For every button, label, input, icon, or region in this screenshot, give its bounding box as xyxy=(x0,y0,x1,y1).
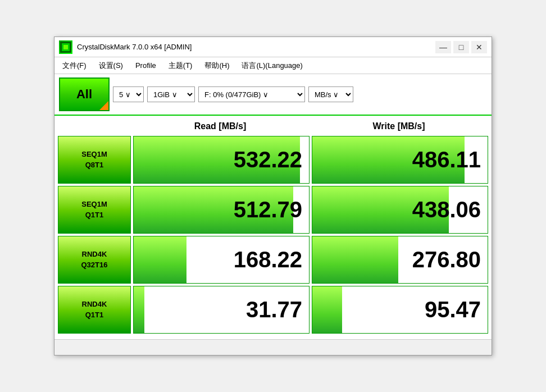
status-bar xyxy=(54,339,492,355)
toolbar: All 5 ∨ 1GiB ∨ F: 0% (0/477GiB) ∨ MB/s ∨ xyxy=(54,74,492,116)
row3-read-bar xyxy=(134,236,186,283)
table-row: RND4K Q32T16 168.22 276.80 xyxy=(58,236,488,284)
row3-write-cell: 276.80 xyxy=(312,236,488,284)
app-icon xyxy=(59,40,72,54)
row2-write-value: 438.06 xyxy=(412,197,481,222)
read-header: Read [MB/s] xyxy=(131,121,310,131)
results-table: Read [MB/s] Write [MB/s] SEQ1M Q8T1 532.… xyxy=(54,116,492,339)
row2-label: SEQ1M Q1T1 xyxy=(58,186,131,234)
menu-bar: 文件(F) 设置(S) Profile 主题(T) 帮助(H) 语言(L)(La… xyxy=(54,57,492,74)
main-window: CrystalDiskMark 7.0.0 x64 [ADMIN] — □ ✕ … xyxy=(54,37,492,355)
maximize-button[interactable]: □ xyxy=(453,41,469,53)
row4-read-value: 31.77 xyxy=(246,297,302,322)
row4-write-bar xyxy=(312,286,342,333)
row4-write-value: 95.47 xyxy=(425,297,481,322)
menu-help[interactable]: 帮助(H) xyxy=(199,59,235,72)
window-controls: — □ ✕ xyxy=(435,41,487,53)
count-select[interactable]: 5 ∨ xyxy=(113,86,144,102)
svg-rect-2 xyxy=(63,45,68,49)
row4-read-bar xyxy=(134,286,144,333)
row1-read-value: 532.22 xyxy=(234,147,302,172)
row2-label-line1: SEQ1M xyxy=(81,199,107,209)
row2-label-line2: Q1T1 xyxy=(85,210,104,220)
row2-read-cell: 512.79 xyxy=(133,186,310,234)
row4-label-line1: RND4K xyxy=(82,299,107,309)
row1-label: SEQ1M Q8T1 xyxy=(58,136,131,184)
row3-label-line1: RND4K xyxy=(82,249,107,259)
drive-select[interactable]: F: 0% (0/477GiB) ∨ xyxy=(198,86,305,102)
row3-label: RND4K Q32T16 xyxy=(58,236,131,284)
row4-write-cell: 95.47 xyxy=(312,286,488,334)
row2-read-value: 512.79 xyxy=(234,197,302,222)
window-title: CrystalDiskMark 7.0.0 x64 [ADMIN] xyxy=(77,43,435,51)
row4-label: RND4K Q1T1 xyxy=(58,286,131,334)
row3-write-bar xyxy=(312,236,398,283)
row1-write-cell: 486.11 xyxy=(312,136,488,184)
menu-language[interactable]: 语言(L)(Language) xyxy=(236,59,308,72)
row3-write-value: 276.80 xyxy=(412,247,481,272)
table-row: RND4K Q1T1 31.77 95.47 xyxy=(58,286,488,334)
write-header: Write [MB/s] xyxy=(310,121,488,131)
title-bar: CrystalDiskMark 7.0.0 x64 [ADMIN] — □ ✕ xyxy=(54,37,492,57)
menu-theme[interactable]: 主题(T) xyxy=(163,59,198,72)
menu-file[interactable]: 文件(F) xyxy=(57,59,92,72)
row3-label-line2: Q32T16 xyxy=(81,260,108,270)
row4-read-cell: 31.77 xyxy=(133,286,310,334)
content-area: Read [MB/s] Write [MB/s] SEQ1M Q8T1 532.… xyxy=(54,116,492,339)
close-button[interactable]: ✕ xyxy=(471,41,487,53)
row3-read-value: 168.22 xyxy=(234,247,302,272)
unit-select[interactable]: MB/s ∨ xyxy=(308,86,353,102)
row1-write-value: 486.11 xyxy=(412,147,481,172)
row2-write-cell: 438.06 xyxy=(312,186,488,234)
table-header: Read [MB/s] Write [MB/s] xyxy=(58,119,488,134)
menu-settings[interactable]: 设置(S) xyxy=(93,59,129,72)
minimize-button[interactable]: — xyxy=(435,41,451,53)
row3-read-cell: 168.22 xyxy=(133,236,310,284)
size-select[interactable]: 1GiB ∨ xyxy=(147,86,195,102)
label-header xyxy=(58,121,131,131)
row4-label-line2: Q1T1 xyxy=(85,310,104,320)
table-row: SEQ1M Q1T1 512.79 438.06 xyxy=(58,186,488,234)
all-button[interactable]: All xyxy=(59,78,110,111)
row1-label-line1: SEQ1M xyxy=(81,149,107,159)
table-row: SEQ1M Q8T1 532.22 486.11 xyxy=(58,136,488,184)
row1-read-cell: 532.22 xyxy=(133,136,310,184)
menu-profile[interactable]: Profile xyxy=(130,60,162,71)
row1-label-line2: Q8T1 xyxy=(85,160,104,170)
